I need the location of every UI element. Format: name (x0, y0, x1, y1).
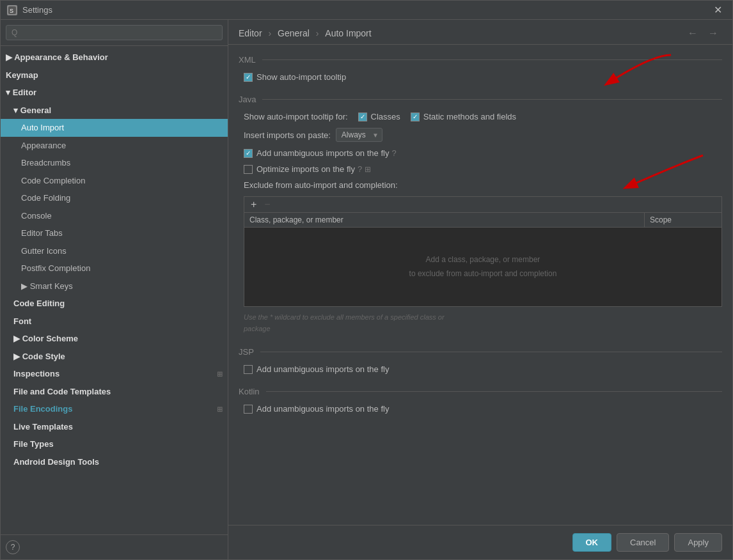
optimize-edit-icon[interactable]: ⊞ (365, 165, 371, 174)
java-section: Java Show auto-import tooltip for: ✓ Cla… (239, 95, 722, 334)
table-body: Add a class, package, or member to exclu… (244, 228, 721, 306)
help-button[interactable]: ? (6, 540, 20, 554)
jsp-add-unambiguous-checkbox-label[interactable]: Add unambiguous imports on the fly (244, 364, 389, 374)
window-title: Settings (22, 5, 710, 15)
back-button[interactable]: ← (684, 26, 702, 40)
kotlin-label: Kotlin (239, 387, 266, 396)
kotlin-divider (266, 391, 722, 392)
add-unambiguous-checkbox-label[interactable]: ✓ Add unambiguous imports on the fly (244, 148, 389, 158)
nav-arrows: ← → (684, 26, 722, 40)
expand-arrow: ▶ (6, 52, 14, 62)
xml-show-tooltip-checkbox-label[interactable]: ✓ Show auto-import tooltip (244, 72, 346, 82)
xml-label: XML (239, 55, 262, 65)
kotlin-add-unambiguous-checkbox-label[interactable]: Add unambiguous imports on the fly (244, 404, 389, 414)
jsp-label: JSP (239, 347, 260, 357)
settings-window: S Settings ✕ ▶ Appearance & Behavior Key… (0, 0, 733, 560)
sidebar-item-postfix-completion[interactable]: Postfix Completion (1, 260, 228, 277)
sidebar-item-live-templates[interactable]: Live Templates (1, 418, 228, 436)
svg-text:S: S (10, 8, 13, 14)
exclude-table: + − Class, package, or member Scope Add … (244, 196, 722, 307)
expand-arrow: ▾ (6, 88, 13, 97)
optimize-help-icon[interactable]: ? (358, 164, 362, 174)
table-header: Class, package, or member Scope (244, 213, 721, 228)
xml-show-tooltip-checkbox[interactable]: ✓ (244, 73, 253, 82)
sidebar-item-font[interactable]: Font (1, 313, 228, 331)
sidebar-item-color-scheme[interactable]: ▶ Color Scheme (1, 330, 228, 348)
static-checkbox[interactable]: ✓ (411, 113, 420, 121)
optimize-imports-checkbox-label[interactable]: Optimize imports on the fly (244, 164, 355, 174)
file-encodings-badge: ⊞ (217, 404, 223, 415)
main-panel: Editor › General › Auto Import ← → (228, 20, 732, 559)
search-box (1, 20, 228, 46)
sidebar-item-appearance-behavior[interactable]: ▶ Appearance & Behavior (1, 49, 228, 66)
sidebar-item-file-encodings[interactable]: File Encodings ⊞ (1, 400, 228, 418)
search-input[interactable] (6, 25, 223, 40)
forward-button[interactable]: → (704, 26, 722, 40)
insert-imports-select[interactable]: Always Ask Never (336, 128, 382, 142)
cancel-button[interactable]: Cancel (617, 533, 669, 552)
table-col-main-header: Class, package, or member (244, 213, 645, 227)
sidebar-item-breadcrumbs[interactable]: Breadcrumbs (1, 154, 228, 172)
sidebar-item-editor-tabs[interactable]: Editor Tabs (1, 224, 228, 242)
hint-text: Use the * wildcard to exclude all member… (239, 312, 722, 334)
classes-checkbox[interactable]: ✓ (358, 113, 367, 121)
main-content: XML ✓ Show auto-import tooltip (228, 45, 732, 525)
add-unambiguous-checkbox[interactable]: ✓ (244, 149, 253, 158)
titlebar: S Settings ✕ (1, 1, 732, 20)
main-header: Editor › General › Auto Import ← → (228, 20, 732, 45)
sidebar-item-editor[interactable]: ▾ Editor (1, 84, 228, 102)
jsp-divider (260, 352, 722, 352)
xml-divider (262, 59, 722, 60)
remove-exclude-button[interactable]: − (263, 199, 271, 210)
sidebar-bottom: ? (1, 534, 228, 559)
table-toolbar: + − (244, 197, 721, 213)
apply-button[interactable]: Apply (674, 533, 722, 552)
insert-imports-select-wrapper: Always Ask Never ▼ (336, 128, 382, 142)
sidebar-item-smart-keys[interactable]: ▶ Smart Keys (1, 277, 228, 295)
jsp-section: JSP Add unambiguous imports on the fly (239, 347, 722, 374)
sidebar-item-code-completion[interactable]: Code Completion (1, 172, 228, 190)
kotlin-add-unambiguous-checkbox[interactable] (244, 405, 253, 414)
ok-button[interactable]: OK (572, 533, 612, 552)
classes-checkbox-label[interactable]: ✓ Classes (358, 112, 400, 121)
expand-arrow: ▶ (13, 352, 22, 361)
sidebar-item-code-style[interactable]: ▶ Code Style (1, 348, 228, 366)
xml-section: XML ✓ Show auto-import tooltip (239, 55, 722, 82)
jsp-add-unambiguous-checkbox[interactable] (244, 365, 253, 374)
sidebar-item-file-and-code-templates[interactable]: File and Code Templates (1, 383, 228, 401)
kotlin-add-unambiguous-row: Add unambiguous imports on the fly (239, 404, 722, 414)
xml-show-tooltip-row: ✓ Show auto-import tooltip (239, 72, 722, 82)
sidebar-item-auto-import[interactable]: Auto Import (1, 119, 228, 137)
sidebar-item-android-design-tools[interactable]: Android Design Tools (1, 453, 228, 471)
sidebar-item-general[interactable]: ▾ General (1, 102, 228, 120)
sidebar-item-file-types[interactable]: File Types (1, 435, 228, 453)
add-unambiguous-row: ✓ Add unambiguous imports on the fly ? (239, 148, 722, 158)
sidebar-item-gutter-icons[interactable]: Gutter Icons (1, 242, 228, 260)
expand-arrow: ▶ (21, 281, 30, 291)
app-icon: S (7, 5, 17, 15)
close-button[interactable]: ✕ (710, 3, 726, 17)
inspections-badge: ⊞ (217, 369, 223, 380)
table-col-scope-header: Scope (645, 213, 721, 227)
add-unambiguous-help-icon[interactable]: ? (391, 148, 396, 158)
static-checkbox-label[interactable]: ✓ Static methods and fields (411, 112, 516, 121)
optimize-imports-checkbox[interactable] (244, 165, 253, 174)
sidebar-item-keymap[interactable]: Keymap (1, 66, 228, 84)
optimize-imports-row: Optimize imports on the fly ? ⊞ (239, 164, 722, 174)
add-exclude-button[interactable]: + (249, 199, 258, 210)
sidebar-item-appearance[interactable]: Appearance (1, 137, 228, 155)
sidebar-item-console[interactable]: Console (1, 207, 228, 225)
expand-arrow: ▶ (13, 334, 22, 343)
sidebar-item-code-editing[interactable]: Code Editing (1, 295, 228, 313)
insert-imports-row: Insert imports on paste: Always Ask Neve… (239, 128, 722, 142)
exclude-label-row: Exclude from auto-import and completion: (239, 180, 722, 190)
breadcrumb: Editor › General › Auto Import (239, 28, 372, 38)
jsp-add-unambiguous-row: Add unambiguous imports on the fly (239, 364, 722, 374)
sidebar-item-code-folding[interactable]: Code Folding (1, 189, 228, 207)
java-header: Java (239, 95, 722, 104)
java-label: Java (239, 95, 262, 104)
bottom-bar: OK Cancel Apply (228, 525, 732, 559)
kotlin-header: Kotlin (239, 387, 722, 396)
sidebar-item-inspections[interactable]: Inspections ⊞ (1, 365, 228, 383)
java-show-tooltip-row: Show auto-import tooltip for: ✓ Classes … (239, 112, 722, 121)
